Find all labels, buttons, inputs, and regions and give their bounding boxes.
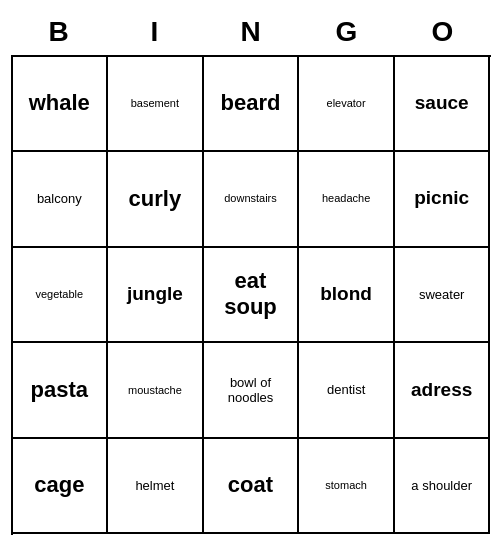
cell-text-r1-c1: curly — [129, 186, 182, 212]
cell-text-r1-c4: picnic — [414, 187, 469, 210]
cell-text-r4-c3: stomach — [325, 479, 367, 492]
cell-r2-c2: eat soup — [204, 248, 300, 344]
cell-text-r3-c0: pasta — [31, 377, 88, 403]
cell-r3-c0: pasta — [13, 343, 109, 439]
cell-r2-c3: blond — [299, 248, 395, 344]
bingo-header: BINGO — [11, 10, 491, 55]
cell-r2-c0: vegetable — [13, 248, 109, 344]
cell-text-r4-c2: coat — [228, 472, 273, 498]
cell-text-r0-c3: elevator — [327, 97, 366, 110]
cell-text-r1-c3: headache — [322, 192, 370, 205]
cell-r4-c3: stomach — [299, 439, 395, 535]
header-letter-B: B — [11, 10, 107, 55]
header-letter-N: N — [203, 10, 299, 55]
header-letter-G: G — [299, 10, 395, 55]
cell-r1-c0: balcony — [13, 152, 109, 248]
cell-r4-c2: coat — [204, 439, 300, 535]
header-letter-O: O — [395, 10, 491, 55]
cell-r3-c2: bowl of noodles — [204, 343, 300, 439]
cell-r0-c0: whale — [13, 57, 109, 153]
cell-text-r2-c3: blond — [320, 283, 372, 306]
header-letter-I: I — [107, 10, 203, 55]
cell-r1-c3: headache — [299, 152, 395, 248]
cell-r3-c1: moustache — [108, 343, 204, 439]
cell-r0-c1: basement — [108, 57, 204, 153]
cell-text-r4-c4: a shoulder — [411, 478, 472, 494]
cell-r1-c2: downstairs — [204, 152, 300, 248]
cell-text-r0-c0: whale — [29, 90, 90, 116]
cell-text-r1-c2: downstairs — [224, 192, 277, 205]
cell-text-r3-c1: moustache — [128, 384, 182, 397]
cell-text-r2-c0: vegetable — [35, 288, 83, 301]
bingo-grid: whalebasementbeardelevatorsaucebalconycu… — [11, 55, 491, 535]
cell-r2-c1: jungle — [108, 248, 204, 344]
cell-text-r0-c4: sauce — [415, 92, 469, 115]
cell-text-r2-c1: jungle — [127, 283, 183, 306]
cell-r0-c3: elevator — [299, 57, 395, 153]
cell-r1-c1: curly — [108, 152, 204, 248]
cell-r1-c4: picnic — [395, 152, 491, 248]
cell-r4-c0: cage — [13, 439, 109, 535]
cell-text-r3-c4: adress — [411, 379, 472, 402]
cell-r4-c1: helmet — [108, 439, 204, 535]
cell-text-r3-c3: dentist — [327, 382, 365, 398]
cell-text-r0-c1: basement — [131, 97, 179, 110]
cell-text-r0-c2: beard — [221, 90, 281, 116]
cell-r0-c4: sauce — [395, 57, 491, 153]
cell-text-r4-c0: cage — [34, 472, 84, 498]
cell-r2-c4: sweater — [395, 248, 491, 344]
bingo-card: BINGO whalebasementbeardelevatorsaucebal… — [11, 10, 491, 535]
cell-text-r3-c2: bowl of noodles — [208, 375, 294, 406]
cell-r3-c4: adress — [395, 343, 491, 439]
cell-r3-c3: dentist — [299, 343, 395, 439]
cell-text-r2-c2: eat soup — [208, 268, 294, 321]
cell-text-r2-c4: sweater — [419, 287, 465, 303]
cell-text-r1-c0: balcony — [37, 191, 82, 207]
cell-text-r4-c1: helmet — [135, 478, 174, 494]
cell-r4-c4: a shoulder — [395, 439, 491, 535]
cell-r0-c2: beard — [204, 57, 300, 153]
